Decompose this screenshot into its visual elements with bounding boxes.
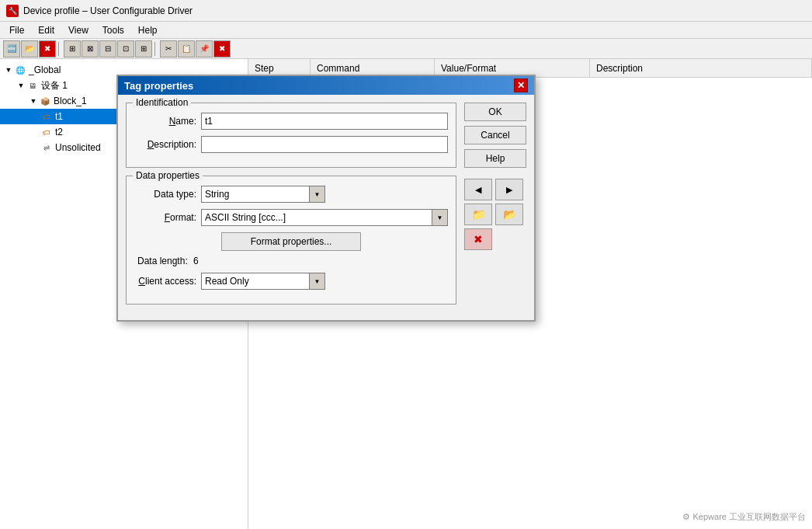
tree-label-t2: t2 — [55, 127, 63, 137]
toolbar-new[interactable]: 🆕 — [3, 40, 20, 57]
format-dropdown-arrow[interactable]: ▼ — [432, 209, 448, 226]
client-access-row: Client access: Read Only ▼ — [134, 273, 448, 290]
icon-unsolicited: ⇌ — [40, 141, 53, 154]
watermark: ⚙ Kepware 工业互联网数据平台 — [682, 511, 806, 523]
toolbar-save[interactable]: ✖ — [39, 40, 56, 57]
format-properties-button[interactable]: Format properties... — [221, 232, 361, 251]
toolbar: 🆕 📂 ✖ ⊞ ⊠ ⊟ ⊡ ⊞ ✂ 📋 📌 ✖ — [0, 39, 812, 59]
watermark-icon: ⚙ — [682, 512, 690, 522]
toolbar-cut[interactable]: ✂ — [160, 40, 177, 57]
format-dropdown-wrapper: ASCII String [ccc...] ▼ — [201, 209, 448, 226]
datatype-field: String — [201, 186, 310, 203]
nav-button-group: ◀ ▶ — [464, 179, 526, 200]
watermark-text: Kepware 工业互联网数据平台 — [693, 511, 806, 523]
description-row: Description: — [134, 136, 448, 153]
icon-t2: 🏷 — [40, 126, 53, 138]
client-access-dropdown-wrapper: Read Only ▼ — [201, 273, 325, 290]
format-field: ASCII String [ccc...] — [201, 209, 432, 226]
title-bar: 🔧 Device profile – User Configurable Dri… — [0, 0, 812, 22]
client-access-label: Client access: — [134, 276, 196, 287]
toolbar-btn4[interactable]: ⊡ — [117, 40, 134, 57]
folder-closed-button[interactable]: 📂 — [495, 204, 523, 225]
icon-t1: 🏷 — [40, 110, 53, 123]
datatype-row: Data type: String ▼ — [134, 186, 448, 203]
dialog-form: Identification Name: Description: — [126, 103, 456, 312]
description-label: Description: — [134, 139, 196, 150]
format-label: Format: — [134, 212, 196, 223]
dialog-title-bar: Tag properties ✕ — [118, 76, 534, 95]
nav-prev-button[interactable]: ◀ — [464, 179, 492, 200]
tag-properties-dialog: Tag properties ✕ Identification Name: — [116, 75, 536, 322]
datatype-dropdown-arrow[interactable]: ▼ — [310, 186, 325, 203]
datatype-dropdown-wrapper: String ▼ — [201, 186, 325, 203]
description-input[interactable] — [201, 136, 448, 153]
data-properties-legend: Data properties — [133, 170, 203, 181]
toolbar-paste[interactable]: 📌 — [196, 40, 213, 57]
app-icon: 🔧 — [6, 5, 19, 17]
name-label: Name: — [134, 116, 196, 127]
toolbar-btn5[interactable]: ⊞ — [135, 40, 152, 57]
menu-bar: File Edit View Tools Help — [0, 22, 812, 39]
toolbar-open[interactable]: 📂 — [21, 40, 38, 57]
action-button-group: 📁 📂 — [464, 204, 526, 225]
format-row: Format: ASCII String [ccc...] ▼ — [134, 209, 448, 226]
name-row: Name: — [134, 113, 448, 130]
data-length-label: Data length: — [137, 256, 188, 266]
delete-button[interactable]: ✖ — [464, 228, 492, 250]
toolbar-delete[interactable]: ✖ — [213, 40, 231, 57]
dialog-title: Tag properties — [124, 80, 193, 92]
name-label-text: ame: — [175, 116, 196, 127]
toolbar-btn2[interactable]: ⊠ — [82, 40, 99, 57]
main-content: ▼ 🌐 _Global ▼ 🖥 设备 1 ▼ 📦 Block_1 — [0, 59, 812, 529]
cancel-button[interactable]: Cancel — [464, 126, 526, 144]
help-button[interactable]: Help — [464, 149, 526, 168]
menu-view[interactable]: View — [62, 23, 95, 37]
menu-tools[interactable]: Tools — [96, 23, 130, 37]
identification-fieldset: Identification Name: Description: — [126, 103, 456, 168]
icon-block1: 📦 — [39, 95, 51, 107]
expand-device1[interactable]: ▼ — [16, 80, 26, 91]
toolbar-copy[interactable]: 📋 — [178, 40, 195, 57]
icon-global: 🌐 — [14, 64, 26, 76]
dialog-body: Identification Name: Description: — [118, 95, 534, 320]
tree-label-block1: Block_1 — [54, 96, 87, 106]
client-access-field: Read Only — [201, 273, 310, 290]
data-length-value: 6 — [193, 256, 199, 266]
icon-device1: 🖥 — [26, 79, 39, 92]
desc-label-text: escription: — [154, 139, 196, 150]
th-description: Description — [590, 59, 812, 77]
folder-open-button[interactable]: 📁 — [464, 204, 492, 225]
menu-edit[interactable]: Edit — [32, 23, 61, 37]
toolbar-btn3[interactable]: ⊟ — [99, 40, 116, 57]
expand-global[interactable]: ▼ — [3, 64, 14, 75]
client-access-dropdown-arrow[interactable]: ▼ — [310, 273, 325, 290]
data-properties-fieldset: Data properties Data type: String ▼ — [126, 176, 456, 305]
nav-next-button[interactable]: ▶ — [495, 179, 523, 200]
format-btn-row: Format properties... — [134, 232, 448, 251]
tree-label-device1: 设备 1 — [41, 79, 68, 92]
menu-file[interactable]: File — [3, 23, 30, 37]
data-length-row: Data length: 6 — [137, 256, 448, 266]
tree-label-global: _Global — [29, 64, 61, 75]
dialog-close-button[interactable]: ✕ — [514, 78, 528, 92]
expand-block1[interactable]: ▼ — [28, 96, 39, 106]
tree-label-unsolicited: Unsolicited — [55, 142, 101, 153]
delete-button-group: ✖ — [464, 228, 526, 250]
name-input[interactable] — [201, 113, 448, 130]
title-text: Device profile – User Configurable Drive… — [23, 5, 193, 16]
nav-section: ◀ ▶ 📁 📂 ✖ — [464, 179, 526, 253]
identification-legend: Identification — [133, 97, 191, 108]
menu-help[interactable]: Help — [132, 23, 164, 37]
toolbar-btn1[interactable]: ⊞ — [64, 40, 81, 57]
ok-button[interactable]: OK — [464, 103, 526, 121]
tree-label-t1: t1 — [55, 111, 63, 122]
datatype-label: Data type: — [134, 189, 196, 200]
dialog-side-buttons: OK Cancel Help ◀ ▶ 📁 📂 ✖ — [464, 103, 526, 312]
